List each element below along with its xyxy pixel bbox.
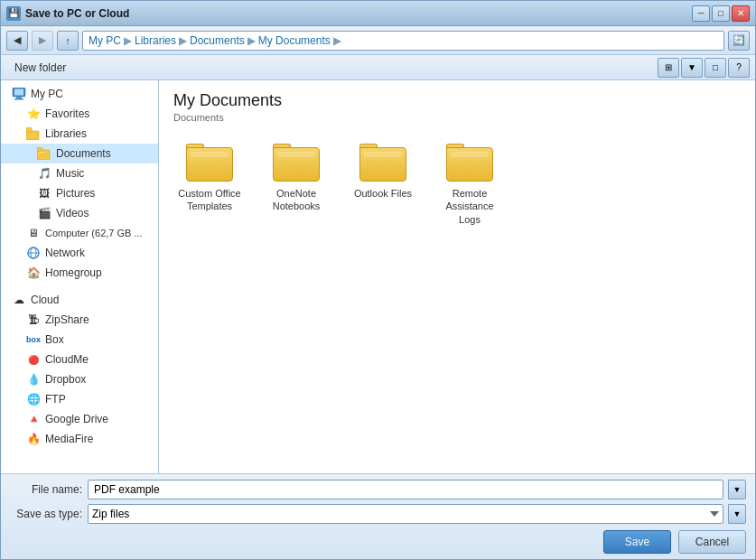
sidebar-label-box: Box — [45, 333, 64, 346]
sidebar-item-music[interactable]: 🎵 Music — [1, 163, 158, 183]
sidebar-item-google-drive[interactable]: 🔺 Google Drive — [1, 409, 158, 429]
documents-icon — [37, 146, 51, 161]
help-button[interactable]: ? — [728, 58, 750, 78]
sidebar-label-pictures: Pictures — [56, 187, 95, 200]
view-dropdown-button[interactable]: ▼ — [681, 58, 703, 78]
breadcrumb[interactable]: My PC ▶ Libraries ▶ Documents ▶ My Docum… — [82, 31, 724, 51]
folder-title: My Documents — [173, 91, 741, 110]
saveas-select[interactable]: Zip files — [88, 504, 723, 524]
cancel-button[interactable]: Cancel — [678, 530, 746, 554]
bottom-bar: File name: ▼ Save as type: Zip files ▼ S… — [1, 473, 755, 559]
sidebar-item-zipshare[interactable]: 🗜 ZipShare — [1, 310, 158, 330]
new-folder-button[interactable]: New folder — [6, 58, 74, 78]
filename-row: File name: ▼ — [10, 480, 746, 499]
breadcrumb-libraries[interactable]: Libraries — [135, 34, 176, 47]
sidebar-label-google-drive: Google Drive — [45, 413, 108, 425]
folder-icon-custom-office — [186, 144, 233, 182]
folder-icon-onenote — [273, 144, 320, 182]
breadcrumb-my-pc[interactable]: My PC — [89, 34, 121, 47]
svg-rect-4 — [26, 131, 39, 140]
sidebar-item-favorites[interactable]: ⭐ Favorites — [1, 104, 158, 124]
star-icon: ⭐ — [26, 107, 41, 121]
address-bar: ◀ ▶ ↑ My PC ▶ Libraries ▶ Documents ▶ My… — [1, 26, 755, 55]
sidebar-item-dropbox[interactable]: 💧 Dropbox — [1, 369, 158, 389]
folder-label-onenote: OneNote Notebooks — [265, 187, 328, 213]
sidebar-label-music: Music — [56, 167, 84, 180]
filename-label: File name: — [10, 483, 82, 496]
sidebar-item-pictures[interactable]: 🖼 Pictures — [1, 183, 158, 203]
view-options-button[interactable]: ⊞ — [658, 58, 679, 78]
refresh-button[interactable]: 🔄 — [728, 31, 750, 51]
sidebar-label-favorites: Favorites — [45, 107, 89, 120]
folder-icon-outlook — [359, 144, 406, 182]
sidebar-label-videos: Videos — [56, 207, 89, 219]
sidebar-item-my-pc[interactable]: My PC — [1, 84, 158, 104]
saveas-row: Save as type: Zip files ▼ — [10, 504, 746, 524]
homegroup-icon: 🏠 — [26, 266, 41, 280]
svg-rect-6 — [37, 150, 50, 160]
videos-icon: 🎬 — [37, 206, 51, 220]
sidebar-label-libraries: Libraries — [45, 127, 87, 140]
dropbox-icon: 💧 — [26, 372, 41, 387]
sidebar-item-libraries[interactable]: Libraries — [1, 124, 158, 144]
breadcrumb-documents[interactable]: Documents — [190, 34, 245, 47]
action-buttons-row: Save Cancel — [10, 528, 746, 554]
sidebar-item-network[interactable]: Network — [1, 243, 158, 263]
window-title: Save to PC or Cloud — [25, 7, 692, 20]
folder-icon-remote-assistance — [446, 144, 493, 182]
box-icon: box — [26, 332, 41, 347]
sidebar-label-mediafire: MediaFire — [45, 433, 93, 445]
mediafire-icon: 🔥 — [26, 432, 41, 446]
close-button[interactable]: ✕ — [732, 5, 750, 22]
filename-dropdown-button[interactable]: ▼ — [728, 480, 746, 499]
folder-item-custom-office[interactable]: Custom Office Templates — [173, 137, 246, 232]
sidebar-item-homegroup[interactable]: 🏠 Homegroup — [1, 263, 158, 283]
save-button[interactable]: Save — [603, 530, 671, 554]
folder-grid: Custom Office Templates OneNote Notebook… — [173, 137, 741, 232]
network-icon — [26, 246, 41, 260]
details-view-button[interactable]: □ — [705, 58, 726, 78]
sidebar-item-ftp[interactable]: 🌐 FTP — [1, 389, 158, 409]
toolbar: New folder ⊞ ▼ □ ? — [1, 55, 755, 80]
minimize-button[interactable]: ─ — [692, 5, 710, 22]
sidebar-label-documents: Documents — [56, 147, 111, 160]
breadcrumb-my-documents[interactable]: My Documents — [258, 34, 331, 47]
zipshare-icon: 🗜 — [26, 313, 41, 327]
sidebar-item-mediafire[interactable]: 🔥 MediaFire — [1, 429, 158, 449]
folder-item-remote-assistance[interactable]: Remote Assistance Logs — [434, 137, 506, 232]
cloudme-icon: 🔴 — [26, 352, 41, 367]
sidebar-item-box[interactable]: box Box — [1, 330, 158, 350]
sidebar-section-cloud: ☁ Cloud 🗜 ZipShare box Box 🔴 CloudMe 💧 — [1, 286, 158, 453]
folder-label-custom-office: Custom Office Templates — [178, 187, 241, 213]
sidebar-label-zipshare: ZipShare — [45, 313, 89, 326]
ftp-icon: 🌐 — [26, 392, 41, 406]
sidebar-label-network: Network — [45, 247, 85, 259]
sidebar-item-cloudme[interactable]: 🔴 CloudMe — [1, 350, 158, 369]
sidebar-item-computer[interactable]: 🖥 Computer (62,7 GB ... — [1, 223, 158, 243]
sidebar-item-documents[interactable]: Documents — [1, 144, 158, 163]
folder-item-onenote[interactable]: OneNote Notebooks — [260, 137, 332, 232]
sidebar-item-videos[interactable]: 🎬 Videos — [1, 203, 158, 223]
sidebar-item-cloud[interactable]: ☁ Cloud — [1, 290, 158, 310]
title-bar-buttons: ─ □ ✕ — [692, 5, 750, 22]
forward-button[interactable]: ▶ — [32, 31, 53, 51]
libraries-icon — [26, 126, 41, 141]
sidebar-label-cloud: Cloud — [31, 294, 59, 306]
svg-rect-3 — [14, 98, 23, 100]
saveas-label: Save as type: — [10, 508, 82, 520]
computer-icon: 🖥 — [26, 226, 41, 240]
folder-subtitle: Documents — [173, 112, 741, 123]
google-drive-icon: 🔺 — [26, 412, 41, 426]
sidebar: My PC ⭐ Favorites Libraries Document — [1, 80, 159, 473]
svg-rect-7 — [37, 147, 42, 151]
folder-item-outlook[interactable]: Outlook Files — [347, 137, 419, 232]
folder-label-remote-assistance: Remote Assistance Logs — [438, 187, 501, 226]
maximize-button[interactable]: □ — [712, 5, 730, 22]
up-button[interactable]: ↑ — [57, 31, 79, 51]
svg-rect-1 — [14, 89, 23, 96]
saveas-dropdown-button[interactable]: ▼ — [728, 504, 746, 524]
window-icon: 💾 — [6, 6, 21, 21]
back-button[interactable]: ◀ — [6, 31, 28, 51]
filename-input[interactable] — [88, 480, 723, 499]
main-window: 💾 Save to PC or Cloud ─ □ ✕ ◀ ▶ ↑ My PC … — [0, 0, 756, 560]
